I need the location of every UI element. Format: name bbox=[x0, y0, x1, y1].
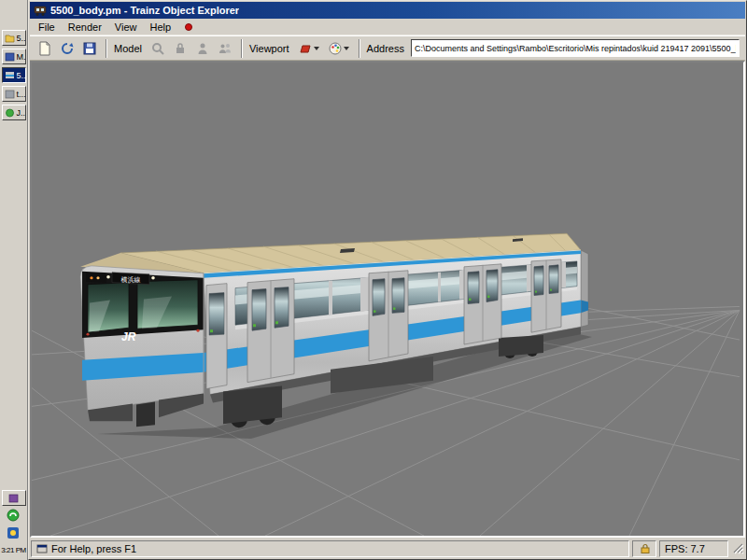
taskbar-button-label: 5... bbox=[17, 71, 26, 80]
trainz-icon bbox=[5, 71, 15, 80]
train-door-set bbox=[464, 264, 501, 344]
menu-help[interactable]: Help bbox=[143, 20, 177, 35]
app-icon bbox=[5, 90, 15, 99]
model-label: Model bbox=[114, 43, 142, 54]
fps-value: FPS: 7.7 bbox=[665, 543, 705, 554]
record-indicator-icon bbox=[185, 23, 192, 31]
taskbar-button-3-active[interactable]: 5... bbox=[2, 67, 26, 83]
address-label: Address bbox=[367, 43, 404, 54]
palette-icon bbox=[328, 41, 343, 56]
folder-icon bbox=[5, 34, 15, 43]
taillight bbox=[87, 333, 90, 336]
taskbar-button-label: t... bbox=[17, 90, 26, 99]
address-input[interactable] bbox=[411, 39, 740, 57]
status-help-text: For Help, press F1 bbox=[51, 543, 136, 554]
system-tray: 3:21 PM bbox=[1, 509, 25, 560]
toolbar-separator bbox=[241, 39, 243, 58]
app-icon bbox=[5, 52, 15, 62]
toolbar-separator bbox=[106, 39, 107, 58]
taskbar-button-label: M... bbox=[17, 52, 26, 62]
status-lock-panel bbox=[632, 540, 656, 557]
model-tool-bones-button[interactable] bbox=[214, 38, 236, 59]
toolbar: Model Viewport Add bbox=[30, 35, 745, 61]
train-door-set bbox=[369, 271, 408, 361]
statusbar: For Help, press F1 FPS: 7.7 bbox=[30, 538, 745, 558]
dropdown-caret-icon bbox=[314, 47, 319, 50]
viewport-eraser-button[interactable] bbox=[294, 38, 324, 59]
window-title: 5500_body.pm - Trainz Object Explorer bbox=[50, 5, 239, 16]
app-icon bbox=[5, 108, 15, 118]
people-icon bbox=[218, 41, 233, 56]
taskbar-button-1[interactable]: 5... bbox=[2, 30, 26, 46]
taskbar-clock: 3:21 PM bbox=[1, 544, 25, 557]
taskbar: 5... M... 5... t... J... 3:21 PM bbox=[0, 0, 28, 560]
taskbar-button-bottom[interactable] bbox=[2, 490, 26, 506]
new-file-icon bbox=[37, 41, 52, 56]
render-mode-button[interactable] bbox=[324, 38, 354, 59]
menu-view[interactable]: View bbox=[108, 20, 144, 35]
viewport-label: Viewport bbox=[249, 43, 289, 54]
taskbar-button-label: J... bbox=[17, 108, 26, 118]
jr-logo: JR bbox=[121, 330, 136, 343]
menubar: File Render View Help bbox=[30, 19, 745, 35]
person-icon bbox=[195, 41, 210, 56]
model-tool-lock-button[interactable] bbox=[169, 38, 191, 59]
desktop: 5... M... 5... t... J... 3:21 PM bbox=[0, 0, 747, 560]
train-door-set bbox=[247, 279, 294, 383]
status-fps-panel: FPS: 7.7 bbox=[659, 540, 728, 557]
lock-gray-icon bbox=[173, 41, 188, 56]
scene-svg: 横浜線 JR bbox=[32, 63, 743, 536]
circular-arrow-icon bbox=[60, 41, 75, 56]
magnifier-icon bbox=[150, 41, 165, 56]
menu-render[interactable]: Render bbox=[62, 20, 108, 35]
reload-button[interactable] bbox=[56, 38, 78, 59]
status-help-panel: For Help, press F1 bbox=[31, 540, 629, 557]
resize-grip[interactable] bbox=[731, 541, 744, 556]
headlight bbox=[106, 275, 110, 279]
train-door-set bbox=[531, 259, 561, 332]
lock-icon bbox=[639, 542, 651, 554]
app-icon bbox=[8, 494, 19, 503]
toolbar-separator bbox=[359, 39, 360, 58]
save-button[interactable] bbox=[78, 38, 101, 59]
new-file-button[interactable] bbox=[34, 38, 56, 59]
dropdown-caret-icon bbox=[344, 47, 349, 50]
taskbar-button-5[interactable]: J... bbox=[2, 105, 26, 120]
menu-file[interactable]: File bbox=[32, 20, 62, 35]
coupler bbox=[136, 401, 155, 427]
tray-icon-messenger[interactable] bbox=[7, 509, 20, 522]
front-indicator-display bbox=[86, 273, 106, 283]
taskbar-button-2[interactable]: M... bbox=[2, 49, 26, 64]
model-tool-select-button[interactable] bbox=[147, 38, 169, 59]
train-front: 横浜線 JR bbox=[80, 266, 204, 427]
status-window-icon bbox=[36, 543, 48, 554]
tray-icon-app[interactable] bbox=[7, 526, 20, 539]
app-window: 5500_body.pm - Trainz Object Explorer Fi… bbox=[28, 0, 747, 560]
3d-viewport[interactable]: 横浜線 JR bbox=[30, 61, 745, 538]
titlebar: 5500_body.pm - Trainz Object Explorer bbox=[30, 2, 745, 19]
taskbar-button-4[interactable]: t... bbox=[2, 86, 26, 102]
rollsign-text: 横浜線 bbox=[121, 276, 141, 284]
app-title-icon bbox=[34, 4, 47, 17]
model-tool-attach-button[interactable] bbox=[191, 38, 214, 59]
taillight bbox=[197, 329, 200, 332]
headlight bbox=[151, 276, 155, 280]
eraser-icon bbox=[298, 41, 313, 56]
train-rear-end bbox=[581, 250, 588, 327]
taskbar-button-label: 5... bbox=[17, 34, 26, 43]
train-cab-door bbox=[206, 284, 227, 389]
floppy-save-icon bbox=[82, 41, 97, 56]
